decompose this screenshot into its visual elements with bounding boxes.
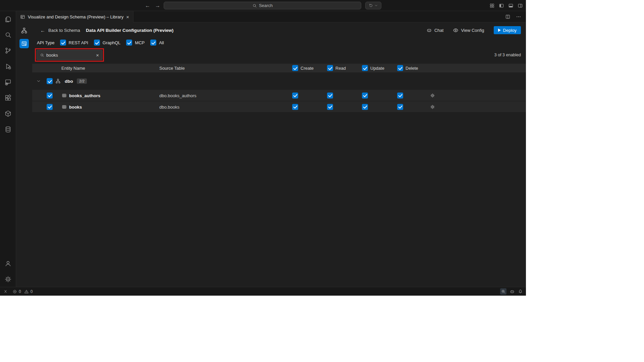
explorer-icon[interactable]: [0, 11, 16, 27]
database-projects-icon[interactable]: [0, 106, 16, 121]
entity-search-input[interactable]: [46, 53, 94, 58]
chat-button[interactable]: Chat: [426, 27, 443, 33]
run-debug-icon[interactable]: [0, 58, 16, 74]
command-center-history-button[interactable]: [365, 2, 381, 9]
problems-indicator[interactable]: 0 0: [12, 289, 33, 294]
group-expand-chevron-icon[interactable]: [36, 79, 41, 83]
source-control-icon[interactable]: [0, 43, 16, 58]
back-to-schema-label: Back to Schema: [48, 28, 80, 33]
create-header: Create: [301, 66, 314, 71]
toggle-panel-icon[interactable]: [508, 3, 514, 8]
search-icon: [252, 3, 257, 8]
database-icon[interactable]: [0, 121, 16, 137]
api-type-option-rest: REST API: [60, 40, 88, 46]
delete-checkbox[interactable]: [397, 104, 403, 110]
all-label: All: [159, 40, 164, 45]
update-checkbox[interactable]: [362, 93, 368, 99]
vscode-window: ← → Search: [0, 0, 526, 296]
table-icon: [62, 93, 67, 98]
extensions-icon[interactable]: [0, 90, 16, 106]
warning-icon: [24, 289, 29, 294]
toggle-primary-sidebar-icon[interactable]: [499, 3, 504, 8]
more-actions-icon[interactable]: [516, 14, 521, 19]
eye-icon: [453, 27, 459, 33]
row-checkbox[interactable]: [47, 93, 53, 99]
schema-icon: [55, 78, 61, 84]
editor-content: ← Back to Schema Data API Builder Config…: [16, 22, 526, 287]
delete-checkbox[interactable]: [397, 93, 403, 99]
zoom-indicator-icon[interactable]: [500, 288, 506, 295]
tab-visualize-design-schema[interactable]: Visualize and Design Schema (Preview) – …: [16, 11, 133, 22]
read-all-checkbox[interactable]: [327, 65, 333, 71]
remote-indicator-icon[interactable]: [3, 289, 8, 294]
delete-header: Delete: [406, 66, 418, 71]
play-icon: [498, 28, 501, 32]
read-checkbox[interactable]: [327, 93, 333, 99]
create-checkbox[interactable]: [292, 104, 298, 110]
update-all-checkbox[interactable]: [362, 65, 368, 71]
copilot-status-icon[interactable]: [509, 289, 515, 294]
toggle-secondary-sidebar-icon[interactable]: [518, 3, 523, 8]
search-sidebar-icon[interactable]: [0, 27, 16, 43]
page-title: Data API Builder Configuration (Preview): [86, 28, 173, 33]
entity-name-header: Entity Name: [61, 66, 85, 71]
dab-config-icon[interactable]: [19, 39, 29, 48]
remote-explorer-icon[interactable]: [0, 74, 16, 90]
error-icon: [12, 289, 17, 294]
table-row: books_authors dbo.books_authors: [32, 90, 526, 101]
entity-name: books: [69, 104, 82, 109]
deploy-button[interactable]: Deploy: [494, 26, 521, 34]
tab-bar: Visualize and Design Schema (Preview) – …: [16, 11, 526, 22]
back-to-schema-link[interactable]: ← Back to Schema: [40, 27, 80, 33]
status-bar: 0 0: [0, 287, 526, 296]
clear-search-icon[interactable]: ×: [96, 52, 99, 58]
api-type-option-mcp: MCP: [126, 40, 145, 46]
view-config-button[interactable]: View Config: [453, 27, 484, 33]
entity-search-box: ×: [37, 50, 102, 60]
read-checkbox[interactable]: [327, 104, 333, 110]
title-bar: ← → Search: [0, 0, 526, 11]
tab-close-icon[interactable]: ×: [126, 14, 129, 19]
row-settings-gear-icon[interactable]: [430, 93, 435, 98]
rest-api-label: REST API: [69, 40, 88, 45]
group-checkbox[interactable]: [47, 78, 53, 84]
nav-back-icon[interactable]: ←: [145, 3, 150, 9]
create-checkbox[interactable]: [292, 93, 298, 99]
rest-api-checkbox[interactable]: [60, 40, 66, 46]
row-checkbox[interactable]: [47, 104, 53, 110]
row-settings-gear-icon[interactable]: [430, 104, 435, 109]
chat-label: Chat: [434, 28, 443, 33]
search-icon: [40, 53, 44, 57]
notifications-bell-icon[interactable]: [518, 289, 523, 294]
table-row: books dbo.books: [32, 101, 526, 113]
settings-gear-icon[interactable]: [0, 271, 16, 287]
update-header: Update: [370, 66, 384, 71]
history-icon: [369, 3, 373, 8]
command-center-search[interactable]: Search: [164, 2, 361, 9]
api-type-option-graphql: GraphQL: [94, 40, 120, 46]
update-checkbox[interactable]: [362, 104, 368, 110]
mcp-checkbox[interactable]: [126, 40, 132, 46]
split-editor-icon[interactable]: [505, 14, 511, 19]
copilot-icon: [426, 27, 432, 33]
back-arrow-icon: ←: [40, 27, 45, 33]
chevron-down-icon: [374, 4, 378, 7]
tab-title: Visualize and Design Schema (Preview) – …: [28, 14, 123, 19]
delete-all-checkbox[interactable]: [397, 65, 403, 71]
customize-layout-icon[interactable]: [489, 3, 495, 8]
nav-forward-icon[interactable]: →: [155, 3, 160, 9]
accounts-icon[interactable]: [0, 255, 16, 271]
read-header: Read: [335, 66, 346, 71]
all-checkbox[interactable]: [150, 40, 156, 46]
command-center-label: Search: [259, 3, 273, 8]
api-type-option-all: All: [150, 40, 164, 46]
error-count: 0: [19, 289, 21, 294]
entity-name: books_authors: [69, 93, 100, 98]
entity-table: Entity Name Source Table Create Read: [32, 64, 526, 113]
graphql-checkbox[interactable]: [94, 40, 100, 46]
entity-source: dbo.books_authors: [159, 93, 197, 98]
visualize-schema-icon[interactable]: [19, 26, 29, 35]
editor-group: Visualize and Design Schema (Preview) – …: [16, 11, 526, 287]
api-type-label: API Type: [37, 40, 55, 45]
create-all-checkbox[interactable]: [292, 65, 298, 71]
